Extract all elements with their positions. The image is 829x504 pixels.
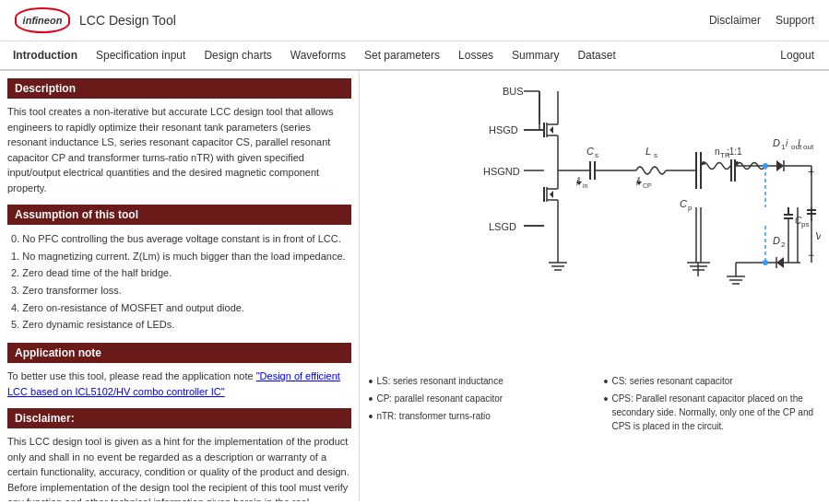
left-panel: Description This tool creates a non-iter…	[0, 71, 360, 501]
assumption-3: 3. Zero transformer loss.	[7, 282, 351, 299]
legend-cps: • CPS: Parallel resonant capacitor place…	[604, 392, 821, 433]
svg-point-64	[702, 161, 705, 165]
description-header: Description	[7, 78, 351, 99]
svg-text:−: −	[808, 249, 814, 262]
svg-text:C: C	[680, 198, 687, 209]
navbar: Introduction Specification input Design …	[0, 41, 829, 71]
disclaimer-link[interactable]: Disclaimer	[709, 14, 761, 27]
nav-items: Introduction Specification input Design …	[4, 45, 625, 65]
svg-text:HSGND: HSGND	[483, 166, 520, 177]
legend-cp: • CP: parallel resonant capacitor	[369, 392, 586, 407]
svg-text:D: D	[773, 235, 780, 246]
nav-specification-input[interactable]: Specification input	[87, 45, 195, 65]
assumption-5: 5. Zero dynamic resistance of LEDs.	[7, 316, 351, 334]
svg-text:ps: ps	[801, 220, 809, 229]
nav-dataset[interactable]: Dataset	[568, 45, 624, 65]
assumption-header: Assumption of this tool	[7, 205, 351, 225]
svg-text:CP: CP	[643, 182, 652, 189]
svg-text:L: L	[645, 146, 651, 157]
legend-ntr: • nTR: transformer turns-ratio	[369, 409, 586, 425]
logo-text: infineon	[23, 15, 63, 26]
support-link[interactable]: Support	[776, 14, 814, 27]
header-right: Disclaimer Support	[709, 14, 814, 27]
header-left: infineon LCC Design Tool	[15, 7, 176, 33]
assumption-0: 0. No PFC controlling the bus average vo…	[7, 230, 351, 248]
svg-point-65	[735, 161, 739, 165]
svg-text:+: +	[808, 166, 814, 179]
right-panel: BUS HSGD HSGND LSGD	[360, 71, 829, 501]
disclaimer-header: Disclaimer:	[7, 408, 351, 428]
svg-text:BUS: BUS	[503, 86, 524, 97]
svg-text:D: D	[773, 137, 780, 148]
svg-text:HSGD: HSGD	[489, 124, 518, 135]
svg-text:V: V	[815, 230, 821, 241]
svg-text:C: C	[586, 146, 594, 157]
logout-button[interactable]: Logout	[765, 45, 829, 65]
svg-marker-95	[776, 257, 784, 268]
app-note-header: Application note	[7, 343, 351, 363]
svg-text::1:1: :1:1	[727, 147, 742, 157]
nav-set-parameters[interactable]: Set parameters	[355, 45, 449, 65]
logo: infineon	[15, 7, 70, 33]
assumption-4: 4. Zero on-resistance of MOSFET and outp…	[7, 299, 351, 317]
svg-text:i: i	[786, 138, 788, 148]
svg-text:s: s	[654, 151, 657, 159]
app-title: LCC Design Tool	[79, 13, 176, 28]
assumption-1: 1. No magnetizing current. Z(Lm) is much…	[7, 248, 351, 265]
app-note-text: To better use this tool, please read the…	[7, 370, 256, 381]
assumption-2: 2. Zero dead time of the half bridge.	[7, 264, 351, 282]
nav-losses[interactable]: Losses	[449, 45, 503, 65]
svg-marker-29	[550, 191, 553, 198]
assumption-list: 0. No PFC controlling the bus average vo…	[7, 230, 351, 334]
svg-text:I: I	[798, 138, 800, 148]
svg-point-103	[763, 260, 768, 265]
svg-text:out: out	[803, 143, 814, 151]
svg-text:n: n	[715, 147, 720, 157]
svg-text:LSGD: LSGD	[489, 221, 516, 232]
legend-col-1: • LS: series resonant inductance • CP: p…	[369, 374, 586, 435]
header: infineon LCC Design Tool Disclaimer Supp…	[0, 0, 829, 41]
legend-ls: • LS: series resonant inductance	[369, 374, 586, 390]
description-text: This tool creates a non-iterative but ac…	[7, 104, 351, 195]
svg-text:in: in	[583, 182, 588, 189]
svg-point-102	[763, 163, 768, 169]
app-note-content: To better use this tool, please read the…	[7, 369, 351, 399]
nav-waveforms[interactable]: Waveforms	[281, 45, 355, 65]
circuit-diagram: BUS HSGD HSGND LSGD	[369, 78, 821, 367]
svg-text:s: s	[595, 151, 598, 159]
legend-col-2: • CS: series resonant capacitor • CPS: P…	[604, 374, 821, 435]
main-content: Description This tool creates a non-iter…	[0, 71, 829, 501]
nav-design-charts[interactable]: Design charts	[195, 45, 280, 65]
svg-text:out: out	[791, 143, 802, 151]
disclaimer-text: This LCC design tool is given as a hint …	[7, 434, 351, 501]
nav-introduction[interactable]: Introduction	[4, 45, 87, 65]
svg-marker-17	[550, 126, 553, 134]
nav-summary[interactable]: Summary	[503, 45, 568, 65]
legend-cs: • CS: series resonant capacitor	[604, 374, 821, 390]
svg-text:2: 2	[781, 240, 786, 249]
svg-marker-69	[776, 160, 784, 171]
svg-text:p: p	[688, 204, 693, 212]
legend-container: • LS: series resonant inductance • CP: p…	[369, 374, 821, 435]
